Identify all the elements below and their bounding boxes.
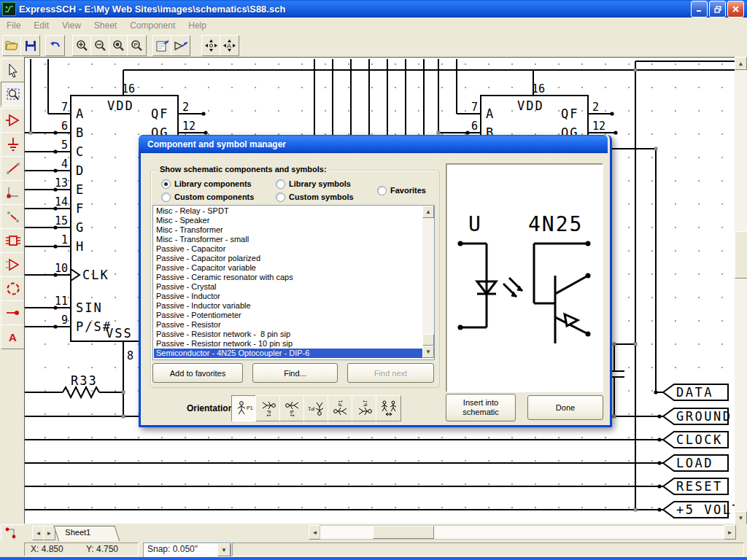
add-to-favorites-button[interactable]: Add to favorites <box>152 363 243 383</box>
radio-custom-symbols[interactable] <box>276 192 285 202</box>
list-item[interactable]: Passive - Ceramic resonator with caps <box>154 273 423 282</box>
menu-component[interactable]: Component <box>123 19 182 32</box>
insert-into-schematic-button[interactable]: Insert into schematic <box>446 394 516 421</box>
zoom-out-icon[interactable] <box>90 35 110 56</box>
restore-button[interactable] <box>709 1 726 18</box>
place-corner-icon[interactable] <box>1 180 25 205</box>
scroll-up-icon[interactable]: ▲ <box>735 57 747 70</box>
radio-library-components[interactable] <box>161 179 171 189</box>
pin-number: 12 <box>592 120 605 133</box>
radio-library-symbols[interactable] <box>276 179 285 189</box>
menu-help[interactable]: Help <box>182 19 213 32</box>
menu-sheet[interactable]: Sheet <box>88 19 123 32</box>
menu-edit[interactable]: Edit <box>27 19 55 32</box>
net-flag-label: CLOCK <box>676 432 723 447</box>
snap-dropdown[interactable]: Snap: 0.050" ▼ <box>143 542 231 558</box>
cursor-x: X: 4.850 <box>31 544 63 554</box>
orient-270-icon[interactable]: P1 <box>328 395 353 421</box>
orient-0-icon[interactable]: P1 <box>231 395 257 421</box>
list-item[interactable]: Misc - Transformer <box>154 225 423 235</box>
orient-90-mirror-icon[interactable]: P1 <box>279 395 305 421</box>
select-icon[interactable] <box>1 58 25 83</box>
pin-label: C <box>76 144 85 159</box>
menu-file[interactable]: File <box>0 19 27 32</box>
radio-favorites[interactable] <box>377 186 387 195</box>
pin-label: SIN <box>76 300 103 315</box>
pin-number: 4 <box>61 158 68 171</box>
list-scroll-down-icon[interactable]: ▼ <box>422 346 434 358</box>
undo-icon[interactable] <box>45 35 65 56</box>
find-button[interactable]: Find... <box>252 363 338 383</box>
snap-toggle-icon[interactable] <box>1 524 25 542</box>
place-junction-icon[interactable] <box>1 300 25 325</box>
vertical-scrollbar-thumb[interactable] <box>735 231 747 279</box>
radio-custom-components[interactable] <box>161 192 171 202</box>
horizontal-scrollbar-thumb[interactable] <box>373 526 434 539</box>
list-item[interactable]: Passive - Inductor variable <box>154 301 423 311</box>
hscroll-right-icon[interactable]: ► <box>724 525 736 540</box>
minimize-button[interactable] <box>691 1 708 18</box>
list-item[interactable]: Passive - Capacitor variable <box>154 263 423 273</box>
dialog-title-bar[interactable]: Component and symbol manager <box>139 135 608 153</box>
horizontal-scrollbar[interactable] <box>320 525 725 540</box>
list-item[interactable]: Passive - Crystal <box>154 282 423 292</box>
pin-label: D <box>76 163 85 178</box>
radio-label-library-symbols[interactable]: Library symbols <box>289 179 351 188</box>
main-toolbar: P A <box>0 33 747 57</box>
list-scrollbar[interactable]: ▲ ▼ <box>422 206 434 358</box>
menu-view[interactable]: View <box>55 19 88 32</box>
list-item[interactable]: Misc - Speaker <box>154 216 423 225</box>
list-item[interactable]: Passive - Resistor <box>154 320 423 330</box>
list-item[interactable]: Misc - Transformer - small <box>154 235 423 244</box>
sheet-properties-icon[interactable] <box>152 35 172 56</box>
scroll-down-icon[interactable]: ▼ <box>735 511 747 524</box>
orient-180-icon[interactable]: P1 <box>303 395 329 421</box>
sheet-tab[interactable]: Sheet1 <box>53 526 120 542</box>
list-item-selected[interactable]: Semiconductor - 4N25 Optocoupler - DIP-6 <box>154 349 435 358</box>
list-scroll-up-icon[interactable]: ▲ <box>422 206 434 218</box>
pan-icon[interactable] <box>201 35 221 56</box>
orient-mirror-icon[interactable] <box>376 395 401 421</box>
place-wire-icon[interactable] <box>1 156 25 181</box>
list-scrollbar-thumb[interactable] <box>422 334 434 346</box>
window-title: ExpressSCH - E:\My Web Sites\images\sche… <box>19 4 285 15</box>
place-symbol-icon[interactable] <box>1 252 25 277</box>
tool-palette: A <box>0 57 24 524</box>
orient-270-mirror-icon[interactable]: P1 <box>352 395 377 421</box>
close-button[interactable] <box>727 1 744 18</box>
zoom-selection-icon[interactable] <box>109 35 128 56</box>
list-item[interactable]: Passive - Potentiometer <box>154 311 423 320</box>
net-flag-label: GROUND <box>676 409 732 424</box>
done-button[interactable]: Done <box>527 395 603 420</box>
radio-label-custom-components[interactable]: Custom components <box>174 192 254 201</box>
draw-circle-icon[interactable] <box>1 276 25 301</box>
pin-number: 9 <box>61 314 68 327</box>
net-flag-label: LOAD <box>676 456 713 470</box>
list-item[interactable]: Passive - Inductor <box>154 292 423 301</box>
list-item[interactable]: Passive - Capacitor <box>154 244 423 254</box>
vertical-scrollbar[interactable]: ▲ ▼ <box>735 57 747 524</box>
dropdown-arrow-icon[interactable]: ▼ <box>217 543 231 556</box>
zoom-previous-icon[interactable]: P <box>127 35 147 56</box>
component-list[interactable]: Misc - Relay - SPDT Misc - Speaker Misc … <box>152 205 435 360</box>
place-text-icon[interactable]: A <box>1 324 25 349</box>
save-icon[interactable] <box>20 35 40 56</box>
place-component-icon[interactable] <box>1 228 25 253</box>
pan-text-icon[interactable]: A <box>220 35 239 56</box>
radio-label-favorites[interactable]: Favorites <box>390 186 426 195</box>
list-item[interactable]: Passive - Resistor network - 10 pin sip <box>154 339 423 349</box>
zoom-in-icon[interactable] <box>72 35 92 56</box>
list-item[interactable]: Misc - Relay - SPDT <box>154 206 423 216</box>
orientation-label: Orientation: <box>187 403 236 413</box>
part-properties-icon[interactable] <box>171 35 190 56</box>
disconnect-wire-icon[interactable] <box>1 204 25 229</box>
radio-label-library-components[interactable]: Library components <box>174 179 252 188</box>
list-item[interactable]: Passive - Resistor network - 8 pin sip <box>154 330 423 339</box>
zoom-window-icon[interactable] <box>1 82 25 106</box>
radio-label-custom-symbols[interactable]: Custom symbols <box>289 192 354 201</box>
place-port-icon[interactable] <box>1 108 25 133</box>
place-ground-icon[interactable] <box>1 132 25 157</box>
open-icon[interactable] <box>2 35 22 56</box>
orient-90-icon[interactable]: P1 <box>255 395 281 421</box>
list-item[interactable]: Passive - Capacitor polarized <box>154 254 423 263</box>
